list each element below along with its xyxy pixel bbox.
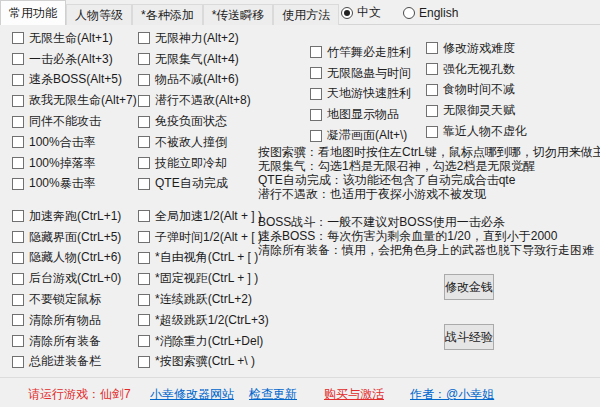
checkbox-icon[interactable] (12, 252, 24, 264)
checkbox-icon[interactable] (426, 63, 438, 75)
checkbox-icon[interactable] (12, 356, 24, 368)
checkbox-option[interactable]: 隐藏人物(CtrL+6) (12, 248, 121, 269)
checkbox-icon[interactable] (138, 252, 150, 264)
checkbox-icon[interactable] (310, 109, 322, 121)
checkbox-option[interactable]: 潜行不遇敌(Alt+8) (138, 90, 251, 111)
checkbox-option[interactable]: 隐藏界面(CtrL+5) (12, 227, 121, 248)
checkbox-icon[interactable] (12, 53, 24, 65)
checkbox-option[interactable]: *固定视距(CtrL + ] ) (138, 268, 269, 289)
checkbox-icon[interactable] (12, 178, 24, 190)
checkbox-option[interactable]: 100%掉落率 (12, 153, 137, 174)
checkbox-option[interactable]: *连续跳跃(CtrL+2) (138, 289, 269, 310)
checkbox-option[interactable]: 无限集气(Alt+4) (138, 49, 251, 70)
checkbox-option[interactable]: 同伴不能攻击 (12, 111, 137, 132)
checkbox-icon[interactable] (138, 294, 150, 306)
checkbox-icon[interactable] (310, 130, 322, 142)
checkbox-option[interactable]: 后台游戏(CtrL+0) (12, 268, 121, 289)
checkbox-icon[interactable] (138, 231, 150, 243)
checkbox-option[interactable]: 子弹时间1/2(Alt + [ ) (138, 227, 269, 248)
checkbox-option[interactable]: 强化无视孔数 (426, 59, 527, 80)
check-update-link[interactable]: 检查更新 (249, 386, 297, 403)
checkbox-option[interactable]: 地图显示物品 (310, 104, 411, 125)
checkbox-option[interactable]: 食物时间不减 (426, 80, 527, 101)
website-link[interactable]: 小幸修改器网站 (150, 386, 234, 403)
language-radio[interactable]: 中文 (341, 4, 381, 21)
checkbox-icon[interactable] (138, 273, 150, 285)
checkbox-icon[interactable] (12, 231, 24, 243)
checkbox-option[interactable]: 技能立即冷却 (138, 153, 251, 174)
tab-active[interactable]: 常用功能 (0, 0, 66, 25)
checkbox-icon[interactable] (138, 32, 150, 44)
checkbox-option[interactable]: 不被敌人撞倒 (138, 132, 251, 153)
checkbox-icon[interactable] (310, 67, 322, 79)
checkbox-option[interactable]: QTE自动完成 (138, 174, 251, 195)
checkbox-icon[interactable] (12, 294, 24, 306)
checkbox-option[interactable]: *自由视角(CtrL + [ ) (138, 248, 269, 269)
checkbox-option[interactable]: 无限御灵天赋 (426, 100, 527, 121)
checkbox-option[interactable]: 一击必杀(Alt+3) (12, 49, 137, 70)
checkbox-icon[interactable] (12, 95, 24, 107)
checkbox-option[interactable]: 物品不减(Alt+6) (138, 70, 251, 91)
checkbox-option[interactable]: 全局加速1/2(Alt + ] ) (138, 206, 269, 227)
tab-item[interactable]: 人物等级 (66, 4, 132, 25)
buy-activate-link[interactable]: 购买与激活 (324, 386, 384, 403)
tab-item[interactable]: 使用方法 (273, 4, 339, 25)
tab-item[interactable]: *各种添加 (132, 4, 203, 25)
checkbox-icon[interactable] (12, 116, 24, 128)
checkbox-icon[interactable] (138, 178, 150, 190)
checkbox-icon[interactable] (426, 105, 438, 117)
checkbox-icon[interactable] (138, 210, 150, 222)
checkbox-option[interactable]: 不要锁定鼠标 (12, 289, 121, 310)
modify-money-button[interactable]: 修改金钱 (444, 274, 494, 300)
checkbox-option[interactable]: 天地游快速胜利 (310, 84, 411, 105)
checkbox-icon[interactable] (310, 88, 322, 100)
checkbox-option[interactable]: 加速奔跑(CtrL+1) (12, 206, 121, 227)
checkbox-option[interactable]: *按图索骥(CtrL +\ ) (138, 352, 269, 373)
checkbox-label: 凝滞画面(Alt+\) (327, 127, 407, 144)
checkbox-icon[interactable] (426, 84, 438, 96)
checkbox-icon[interactable] (310, 46, 322, 58)
checkbox-icon[interactable] (138, 95, 150, 107)
checkbox-option[interactable]: 修改游戏难度 (426, 38, 527, 59)
checkbox-option[interactable]: 竹竿舞必走胜利 (310, 42, 411, 63)
checkbox-option[interactable]: 无限神力(Alt+2) (138, 28, 251, 49)
checkbox-icon[interactable] (138, 116, 150, 128)
checkbox-option[interactable]: 敌我无限生命(Alt+7) (12, 90, 137, 111)
checkbox-icon[interactable] (138, 74, 150, 86)
checkbox-option[interactable]: *超级跳跃1/2(CtrL+3) (138, 310, 269, 331)
checkbox-icon[interactable] (426, 42, 438, 54)
battle-exp-button[interactable]: 战斗经验 (444, 324, 494, 350)
checkbox-icon[interactable] (12, 74, 24, 86)
checkbox-option[interactable]: 清除所有装备 (12, 331, 121, 352)
checkbox-option[interactable]: 凝滞画面(Alt+\) (310, 125, 411, 146)
checkbox-label: QTE自动完成 (155, 175, 228, 192)
checkbox-icon[interactable] (138, 356, 150, 368)
checkbox-option[interactable]: 免疫负面状态 (138, 111, 251, 132)
author-link[interactable]: 作者：@小幸姐 (410, 386, 494, 403)
checkbox-option[interactable]: 无限生命(Alt+1) (12, 28, 137, 49)
checkbox-icon[interactable] (12, 136, 24, 148)
checkbox-icon[interactable] (426, 126, 438, 138)
checkbox-icon[interactable] (138, 157, 150, 169)
language-radio[interactable]: English (403, 4, 458, 21)
checkbox-icon[interactable] (12, 32, 24, 44)
checkbox-icon[interactable] (138, 335, 150, 347)
checkbox-option[interactable]: *消除重力(CtrL+Del) (138, 331, 269, 352)
checkbox-label: 全局加速1/2(Alt + ] ) (155, 208, 262, 225)
checkbox-option[interactable]: 100%合击率 (12, 132, 137, 153)
checkbox-icon[interactable] (138, 53, 150, 65)
checkbox-option[interactable]: 靠近人物不虚化 (426, 121, 527, 142)
checkbox-icon[interactable] (138, 136, 150, 148)
checkbox-icon[interactable] (12, 314, 24, 326)
checkbox-option[interactable]: 总能进装备栏 (12, 352, 121, 373)
tab-item[interactable]: *传送瞬移 (203, 4, 274, 25)
checkbox-icon[interactable] (12, 210, 24, 222)
checkbox-option[interactable]: 无限隐蛊与时间 (310, 63, 411, 84)
checkbox-icon[interactable] (12, 273, 24, 285)
checkbox-option[interactable]: 速杀BOSS(Alt+5) (12, 70, 137, 91)
checkbox-icon[interactable] (138, 314, 150, 326)
checkbox-icon[interactable] (12, 335, 24, 347)
checkbox-option[interactable]: 100%暴击率 (12, 174, 137, 195)
checkbox-icon[interactable] (12, 157, 24, 169)
checkbox-option[interactable]: 清除所有物品 (12, 310, 121, 331)
